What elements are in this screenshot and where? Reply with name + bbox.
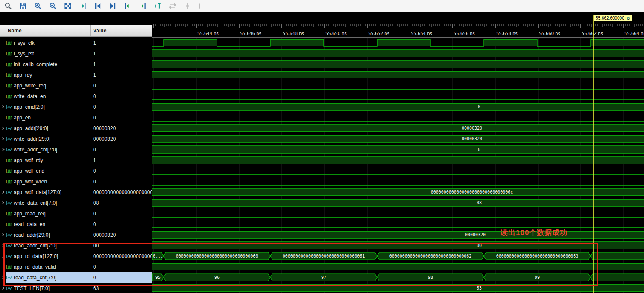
signal-name: app_wdf_data[127:0] [14, 187, 91, 197]
expand-chevron-icon[interactable] [0, 133, 6, 144]
add-marker-button[interactable] [154, 2, 161, 10]
wave-row-20: 0...000000000000000000000000000000600000… [152, 252, 644, 260]
svg-text:55,658 ns: 55,658 ns [496, 31, 518, 36]
chevron-spacer [0, 80, 6, 91]
svg-text:0...: 0... [153, 254, 163, 258]
chevron-spacer [0, 91, 6, 102]
signal-row-i-sys-rst[interactable]: i_sys_rst1 [0, 48, 152, 59]
svg-text:63: 63 [477, 286, 482, 290]
signal-row-app-rd-data127-0[interactable]: app_rd_data[127:0]0000000000000000000000… [0, 251, 152, 261]
previous-transition-button[interactable] [124, 2, 132, 10]
zoom-out-button[interactable] [49, 2, 57, 10]
signal-row-write-addr-cnt7-0[interactable]: write_addr_cnt[7:0]0 [0, 144, 152, 155]
signal-value: 00000000000000000000000000000000 [91, 251, 152, 261]
save-icon [19, 2, 27, 10]
expand-chevron-icon[interactable] [0, 197, 6, 208]
chevron-spacer [0, 48, 6, 59]
bus-signal-icon [6, 123, 14, 133]
svg-text:00: 00 [477, 243, 482, 248]
signal-row-app-addr29-0[interactable]: app_addr[29:0]00000320 [0, 123, 152, 133]
signal-value: 0 [91, 165, 152, 176]
signal-row-write-data-cnt7-0[interactable]: write_data_cnt[7:0]08 [0, 197, 152, 208]
name-column-header[interactable]: Name [0, 25, 91, 36]
signal-row-read-data-cnt7-0[interactable]: read_data_cnt[7:0]0 [0, 272, 152, 283]
signal-name: app_addr[29:0] [14, 123, 91, 133]
signal-row-TEST-LEN7-0[interactable]: TEST_LEN[7:0]63 [0, 283, 152, 293]
signal-row-read-data-en[interactable]: read_data_en0 [0, 219, 152, 229]
waveform-canvas[interactable]: 55,644 ns55,646 ns55,648 ns55,650 ns55,6… [152, 12, 644, 293]
signal-row-i-sys-clk[interactable]: i_sys_clk1 [0, 38, 152, 48]
panel-top-spacer [0, 12, 152, 25]
expand-chevron-icon[interactable] [0, 251, 6, 261]
scalar-signal-icon [6, 176, 14, 187]
signal-row-app-wdf-rdy[interactable]: app_wdf_rdy1 [0, 155, 152, 165]
bus-signal-icon [6, 272, 14, 283]
wave-row-21 [152, 263, 644, 270]
signal-name: app_wdf_end [14, 165, 91, 176]
signal-row-read-addr-cnt7-0[interactable]: read_addr_cnt[7:0]00 [0, 240, 152, 251]
cursor-time-label[interactable]: 55,662.600000 ns [594, 15, 632, 21]
svg-text:97: 97 [321, 275, 326, 280]
wave-row-22: 9596979899 [152, 274, 644, 281]
scalar-signal-icon [6, 48, 14, 59]
wave-row-18: 00000320 [152, 231, 644, 238]
zoom-fit-icon [64, 2, 72, 10]
search-button[interactable] [4, 2, 12, 10]
signal-row-app-read-req[interactable]: app_read_req0 [0, 208, 152, 219]
signal-row-app-wdf-data127-0[interactable]: app_wdf_data[127:0]000000000000000000000… [0, 187, 152, 197]
signal-row-app-cmd2-0[interactable]: app_cmd[2:0]0 [0, 102, 152, 112]
expand-chevron-icon[interactable] [0, 283, 6, 293]
svg-text:00000320: 00000320 [465, 232, 486, 237]
signal-row-app-wdf-wren[interactable]: app_wdf_wren0 [0, 176, 152, 187]
expand-chevron-icon[interactable] [0, 187, 6, 197]
save-button[interactable] [19, 2, 27, 10]
signal-row-read-addr29-0[interactable]: read_addr[29:0]00000320 [0, 229, 152, 240]
panel-divider[interactable] [152, 12, 152, 293]
zoom-in-icon [34, 2, 42, 10]
svg-text:55,648 ns: 55,648 ns [283, 31, 304, 36]
svg-text:98: 98 [428, 275, 433, 280]
chevron-spacer [0, 38, 6, 48]
chevron-spacer [0, 261, 6, 272]
signal-row-init-calib-complete[interactable]: init_calib_complete1 [0, 59, 152, 70]
svg-text:0: 0 [478, 147, 480, 152]
signal-name: read_addr_cnt[7:0] [14, 240, 91, 251]
expand-chevron-icon[interactable] [0, 272, 6, 283]
signal-row-write-addr29-0[interactable]: write_addr[29:0]00000320 [0, 133, 152, 144]
signal-row-app-en[interactable]: app_en0 [0, 112, 152, 123]
signal-name: init_calib_complete [14, 59, 91, 70]
signal-value: 0 [91, 102, 152, 112]
signal-name: i_sys_clk [14, 38, 91, 48]
signal-row-app-rdy[interactable]: app_rdy1 [0, 70, 152, 80]
value-column-header[interactable]: Value [91, 25, 152, 36]
signal-value: 00 [91, 240, 152, 251]
signal-value: 0 [91, 208, 152, 219]
zoom-in-button[interactable] [34, 2, 42, 10]
zoom-to-cursor-icon [79, 2, 87, 10]
expand-chevron-icon[interactable] [0, 144, 6, 155]
chevron-spacer [0, 219, 6, 229]
signal-value: 00000320 [91, 123, 152, 133]
signal-list: i_sys_clk1i_sys_rst1init_calib_complete1… [0, 38, 152, 293]
signal-row-write-data-en[interactable]: write_data_en0 [0, 91, 152, 102]
signal-name: app_rd_data_valid [14, 261, 91, 272]
bus-signal-icon [6, 240, 14, 251]
expand-chevron-icon[interactable] [0, 102, 6, 112]
expand-chevron-icon[interactable] [0, 229, 6, 240]
toolbar [0, 0, 644, 12]
expand-chevron-icon[interactable] [0, 123, 6, 133]
go-to-end-button[interactable] [109, 2, 117, 10]
zoom-to-cursor-button[interactable] [79, 2, 87, 10]
next-transition-button[interactable] [139, 2, 146, 10]
expand-chevron-icon[interactable] [0, 240, 6, 251]
signal-name: read_data_en [14, 219, 91, 229]
signal-row-app-wdf-end[interactable]: app_wdf_end0 [0, 165, 152, 176]
scalar-signal-icon [6, 91, 14, 102]
chevron-spacer [0, 112, 6, 123]
signal-row-app-write-req[interactable]: app_write_req0 [0, 80, 152, 91]
signal-row-app-rd-data-valid[interactable]: app_rd_data_valid0 [0, 261, 152, 272]
search-icon [4, 2, 12, 10]
zoom-fit-button[interactable] [64, 2, 72, 10]
signal-value: 63 [91, 283, 152, 293]
go-to-start-button[interactable] [94, 2, 102, 10]
